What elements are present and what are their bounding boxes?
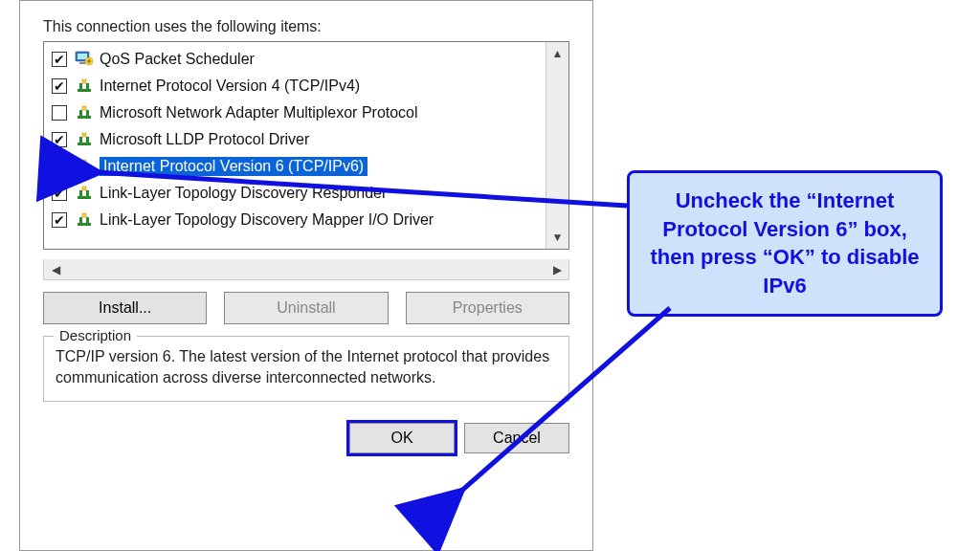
network-icon: [75, 130, 94, 149]
svg-rect-27: [79, 217, 82, 223]
svg-rect-16: [86, 137, 89, 143]
svg-rect-15: [79, 137, 82, 143]
checkbox[interactable]: [52, 186, 67, 201]
intro-label: This connection uses the following items…: [43, 18, 575, 35]
svg-rect-5: [87, 60, 91, 62]
network-properties-dialog: This connection uses the following items…: [19, 0, 593, 551]
svg-rect-7: [79, 83, 82, 89]
action-button-row: Install... Uninstall Properties: [43, 292, 569, 324]
scroll-up-icon[interactable]: ▲: [548, 44, 568, 63]
network-icon: [75, 77, 94, 96]
checkbox[interactable]: [52, 132, 67, 147]
network-icon: [75, 103, 94, 122]
svg-rect-24: [86, 190, 89, 196]
list-item[interactable]: QoS Packet Scheduler: [46, 46, 544, 73]
checkbox[interactable]: [52, 105, 67, 121]
checkbox[interactable]: [52, 159, 67, 174]
list-item-label: Internet Protocol Version 6 (TCP/IPv6): [100, 157, 368, 176]
svg-rect-17: [82, 133, 86, 137]
svg-rect-18: [78, 169, 91, 172]
network-icon: [75, 157, 94, 176]
dialog-footer: OK Cancel: [37, 417, 575, 453]
scroll-right-icon[interactable]: ▶: [547, 260, 567, 279]
network-icon: [75, 184, 94, 203]
list-item-label: Link-Layer Topology Discovery Responder: [100, 185, 387, 202]
scroll-down-icon[interactable]: ▼: [548, 228, 568, 247]
list-item[interactable]: Link-Layer Topology Discovery Responder: [46, 180, 544, 207]
instruction-callout: Uncheck the “Internet Protocol Version 6…: [627, 170, 943, 317]
svg-rect-11: [79, 110, 82, 116]
install-button[interactable]: Install...: [43, 292, 207, 324]
list-item[interactable]: Internet Protocol Version 6 (TCP/IPv6): [46, 153, 544, 180]
svg-rect-8: [86, 83, 89, 89]
list-item-label: QoS Packet Scheduler: [100, 51, 255, 68]
svg-rect-14: [78, 143, 91, 145]
description-text: TCP/IP version 6. The latest version of …: [56, 346, 557, 387]
svg-rect-20: [86, 164, 89, 169]
checkbox[interactable]: [52, 78, 67, 94]
ok-button[interactable]: OK: [349, 423, 455, 453]
svg-rect-6: [78, 89, 91, 92]
monitor-icon: [75, 50, 94, 69]
checkbox[interactable]: [52, 52, 67, 67]
description-group: Description TCP/IP version 6. The latest…: [43, 336, 569, 402]
vertical-scrollbar[interactable]: ▲ ▼: [546, 42, 568, 249]
description-title: Description: [54, 327, 137, 343]
cancel-button[interactable]: Cancel: [464, 423, 569, 453]
checkbox[interactable]: [52, 212, 67, 228]
list-item-label: Microsoft LLDP Protocol Driver: [100, 131, 309, 148]
svg-rect-19: [79, 164, 82, 169]
svg-rect-25: [82, 187, 86, 190]
svg-rect-23: [79, 190, 82, 196]
uninstall-button: Uninstall: [224, 292, 388, 324]
list-item-label: Internet Protocol Version 4 (TCP/IPv4): [100, 77, 360, 95]
network-icon: [75, 210, 94, 230]
list-item[interactable]: Microsoft LLDP Protocol Driver: [46, 126, 544, 153]
svg-rect-12: [86, 110, 89, 116]
svg-rect-13: [82, 106, 86, 110]
list-item-label: Link-Layer Topology Discovery Mapper I/O…: [100, 211, 434, 229]
horizontal-scrollbar[interactable]: ◀ ▶: [43, 259, 569, 280]
svg-rect-10: [78, 116, 91, 119]
properties-button: Properties: [406, 292, 569, 324]
scroll-left-icon[interactable]: ◀: [46, 260, 65, 279]
svg-rect-2: [79, 62, 85, 64]
svg-rect-26: [78, 223, 91, 226]
svg-rect-29: [82, 213, 86, 217]
list-item[interactable]: Internet Protocol Version 4 (TCP/IPv4): [46, 73, 544, 99]
svg-rect-1: [78, 54, 87, 59]
svg-rect-9: [82, 79, 86, 83]
list-item[interactable]: Link-Layer Topology Discovery Mapper I/O…: [46, 207, 544, 233]
list-item[interactable]: Microsoft Network Adapter Multiplexor Pr…: [46, 99, 544, 126]
svg-rect-22: [78, 196, 91, 199]
svg-rect-28: [86, 217, 89, 223]
list-item-label: Microsoft Network Adapter Multiplexor Pr…: [100, 104, 418, 121]
svg-rect-21: [82, 160, 86, 164]
components-listbox[interactable]: QoS Packet SchedulerInternet Protocol Ve…: [43, 41, 569, 250]
